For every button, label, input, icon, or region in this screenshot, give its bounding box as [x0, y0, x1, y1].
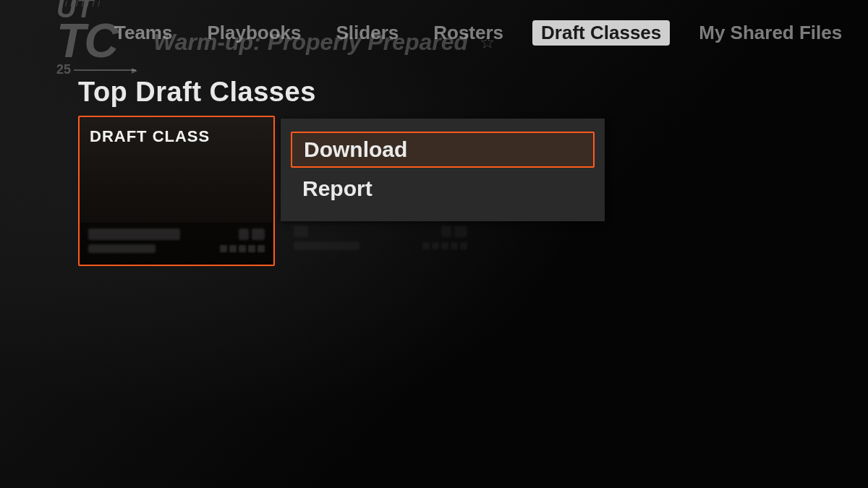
nav-item-draft-classes[interactable]: Draft Classes: [532, 20, 670, 46]
card-title: DRAFT CLASS: [90, 127, 263, 146]
draft-class-card[interactable]: DRAFT CLASS: [78, 116, 275, 266]
download-count-icon: [239, 228, 249, 240]
nav-item-sliders[interactable]: Sliders: [331, 20, 405, 46]
nav-item-teams[interactable]: Teams: [109, 20, 178, 46]
menu-item-download[interactable]: Download: [291, 132, 595, 168]
adjacent-card-blurred: [286, 221, 475, 262]
context-menu: Download Report: [281, 119, 605, 221]
card-meta-blurred: [88, 244, 156, 253]
menu-item-report[interactable]: Report: [291, 172, 595, 205]
section-title: Top Draft Classes: [78, 77, 316, 108]
rating-stars-blurred: [220, 245, 265, 252]
download-count-blurred: [252, 228, 265, 240]
nav-bar: Teams Playbooks Sliders Rosters Draft Cl…: [109, 20, 868, 46]
card-author-blurred: [88, 228, 180, 240]
nav-item-playbooks[interactable]: Playbooks: [201, 20, 307, 46]
arrow-right-icon: [74, 69, 136, 71]
card-footer: [80, 223, 273, 265]
logo-year: 25: [56, 62, 71, 77]
nav-item-my-shared-files[interactable]: My Shared Files: [693, 20, 848, 46]
nav-item-rosters[interactable]: Rosters: [427, 20, 509, 46]
